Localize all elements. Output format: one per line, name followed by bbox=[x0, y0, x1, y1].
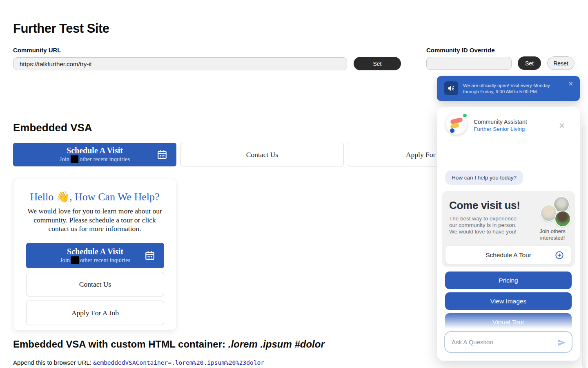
announcement-banner: We are officially open! Visit every Mond… bbox=[437, 76, 580, 101]
schedule-tour-button[interactable]: Schedule A Tour bbox=[445, 245, 572, 265]
card-contact-us-button[interactable]: Contact Us bbox=[26, 272, 164, 296]
visitor-avatar bbox=[555, 211, 571, 227]
send-icon[interactable] bbox=[557, 338, 567, 348]
redacted-count bbox=[71, 256, 79, 264]
community-url-input[interactable] bbox=[13, 57, 347, 70]
visit-card-heading: Come visit us! bbox=[449, 199, 520, 212]
chat-close-icon[interactable]: ✕ bbox=[559, 121, 565, 130]
community-url-label: Community URL bbox=[13, 47, 61, 54]
community-id-label: Community ID Override bbox=[426, 47, 495, 54]
vsa-card-body: We would love for you to learn more abou… bbox=[25, 207, 165, 233]
assistant-avatar bbox=[446, 113, 467, 135]
community-id-set-button[interactable]: Set bbox=[518, 56, 541, 70]
schedule-visit-title: Schedule A Visit bbox=[13, 146, 176, 155]
assistant-greeting-bubble: How can I help you today? bbox=[445, 171, 523, 185]
chat-widget: Community Assistant Further Senior Livin… bbox=[437, 107, 580, 361]
custom-container-heading: Embedded VSA with custom HTML container:… bbox=[13, 339, 325, 350]
test-site-page: Further Test Site Community URL Set Comm… bbox=[0, 0, 588, 368]
contact-us-button[interactable]: Contact Us bbox=[180, 143, 344, 166]
virtual-tour-button[interactable]: Virtual Tour bbox=[445, 313, 572, 331]
card-apply-job-button[interactable]: Apply For A Job bbox=[26, 301, 164, 325]
vsa-greeting-card: Hello 👋, How Can We Help? We would love … bbox=[13, 179, 176, 331]
community-url-set-button[interactable]: Set bbox=[354, 57, 401, 70]
view-images-button[interactable]: View Images bbox=[445, 292, 572, 310]
embedded-vsa-heading: Embedded VSA bbox=[13, 121, 92, 134]
community-link[interactable]: Further Senior Living bbox=[474, 126, 525, 132]
chat-header: Community Assistant Further Senior Livin… bbox=[437, 107, 580, 141]
card-schedule-visit-subtitle: Joinother recent inquiries bbox=[26, 256, 164, 264]
social-proof-label: Join others interested! bbox=[531, 228, 574, 241]
card-schedule-visit-button[interactable]: Schedule A Visit Joinother recent inquir… bbox=[26, 243, 164, 268]
append-url-code: &embeddedVSAContainer=.lorem%20.ipsum%20… bbox=[93, 359, 264, 366]
announcement-text: We are officially open! Visit every Mond… bbox=[463, 83, 560, 94]
schedule-visit-subtitle: Joinother recent inquiries bbox=[13, 155, 176, 163]
schedule-visit-button[interactable]: Schedule A Visit Joinother recent inquir… bbox=[13, 143, 176, 166]
pricing-button[interactable]: Pricing bbox=[445, 272, 572, 289]
ask-question-input[interactable] bbox=[444, 331, 572, 353]
redacted-count bbox=[71, 155, 78, 163]
community-id-input[interactable] bbox=[426, 57, 512, 70]
calendar-icon bbox=[157, 149, 167, 160]
card-schedule-visit-title: Schedule A Visit bbox=[26, 247, 164, 256]
arrow-circle-icon bbox=[555, 251, 564, 260]
community-id-reset-button[interactable]: Reset bbox=[547, 56, 575, 70]
chat-footer bbox=[437, 331, 580, 361]
come-visit-card: Come visit us! The best way to experienc… bbox=[442, 191, 575, 267]
vsa-card-heading: Hello 👋, How Can We Help? bbox=[13, 191, 176, 203]
append-url-line: Append this to browser URL: &embeddedVSA… bbox=[13, 359, 264, 366]
visit-card-body: The best way to experience our community… bbox=[449, 215, 523, 235]
page-title: Further Test Site bbox=[13, 21, 109, 36]
page-scrollbar[interactable] bbox=[582, 126, 586, 368]
custom-container-selector: .lorem .ipsum #dolor bbox=[228, 339, 325, 350]
megaphone-icon bbox=[444, 81, 458, 95]
banner-close-icon[interactable]: ✕ bbox=[568, 80, 573, 88]
online-status-dot bbox=[462, 113, 468, 118]
assistant-name: Community Assistant bbox=[474, 119, 527, 125]
calendar-icon bbox=[145, 250, 155, 261]
